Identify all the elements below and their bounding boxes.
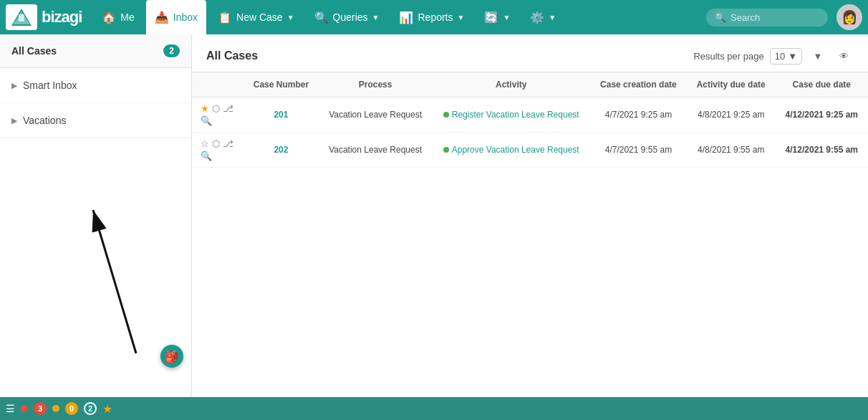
branch-action-icon[interactable]: ⎇ [223,103,233,114]
main-layout: All Cases 2 ▶ Smart Inbox ▶ Vacations 🎒 [0,34,868,397]
clock-arrow: ▼ [503,14,510,22]
content-title: All Cases [206,49,258,62]
col-case-number: Case Number [243,72,319,97]
new-case-arrow: ▼ [287,14,294,22]
reports-arrow: ▼ [458,14,465,22]
action-icon: 🎒 [165,350,179,363]
activity-link[interactable]: Register Vacation Leave Request [440,110,582,120]
sidebar-badge: 2 [163,44,180,57]
activity-cell: Register Vacation Leave Request [432,97,590,133]
case-number-cell: 201 [243,97,319,133]
logo-area[interactable]: bizagi [6,4,82,30]
share-action-icon[interactable]: ⬡ [212,103,220,114]
col-activity-due-date: Activity due date [687,72,776,97]
branch-action-icon[interactable]: ⎇ [223,138,233,149]
chevron-right-icon: ▶ [11,81,17,90]
eye-icon: 👁 [839,51,849,62]
queries-arrow: ▼ [372,14,380,22]
table-row: ★ ⬡ ⎇ 🔍 201 Vacation Leave Request Regis… [192,97,868,133]
case-due-date-cell: 4/12/2021 9:25 am [776,97,868,133]
sidebar-all-cases-title: All Cases [11,45,57,57]
user-avatar[interactable]: 👩 [836,4,862,30]
sidebar: All Cases 2 ▶ Smart Inbox ▶ Vacations 🎒 [0,34,192,397]
nav-reports[interactable]: 📊 Reports ▼ [390,0,473,34]
nav-reports-label: Reports [418,11,453,23]
col-activity: Activity [432,72,590,97]
search-box[interactable]: 🔍 [706,9,828,27]
star-action-icon[interactable]: ★ [201,103,209,114]
case-number-link[interactable]: 202 [274,145,288,155]
queries-icon: 🔍 [314,11,329,24]
sidebar-item-vacations[interactable]: ▶ Vacations [0,103,191,138]
row-actions-cell: ☆ ⬡ ⎇ 🔍 [192,133,243,168]
results-per-page-label: Results per page [693,51,763,62]
sidebar-vacations-label: Vacations [23,115,66,126]
results-value: 10 [775,51,785,62]
nav-new-case-label: New Case [236,11,283,23]
activity-link[interactable]: Approve Vacation Leave Request [440,145,582,155]
search-row-icon[interactable]: 🔍 [201,115,212,126]
brand-name: bizagi [42,8,82,27]
search-row-icon[interactable]: 🔍 [201,151,212,161]
col-case-due-date: Case due date [776,72,868,97]
arrow-annotation [43,167,186,368]
table-row: ☆ ⬡ ⎇ 🔍 202 Vacation Leave Request Appro… [192,133,868,168]
nav-me[interactable]: 🏠 Me [93,0,143,34]
nav-inbox-label: Inbox [173,11,198,23]
gear-icon: ⚙️ [530,11,544,24]
activity-cell: Approve Vacation Leave Request [432,133,590,168]
search-input[interactable] [730,12,816,23]
content-header: All Cases Results per page 10 ▼ ▼ 👁 [192,34,868,72]
dropdown-arrow-icon: ▼ [788,51,797,62]
new-case-icon: 📋 [218,11,232,24]
results-per-page-select[interactable]: 10 ▼ [770,48,802,65]
col-actions [192,72,243,97]
share-action-icon[interactable]: ⬡ [212,138,220,149]
sidebar-header: All Cases 2 [0,34,191,68]
case-due-date-cell: 4/12/2021 9:55 am [776,133,868,168]
case-creation-date-cell: 4/7/2021 9:55 am [590,133,687,168]
nav-inbox[interactable]: 📥 Inbox [146,0,206,34]
row-actions: ☆ ⬡ ⎇ 🔍 [201,138,235,161]
results-controls: Results per page 10 ▼ ▼ 👁 [693,46,854,66]
content-area: All Cases Results per page 10 ▼ ▼ 👁 [192,34,868,397]
svg-rect-2 [19,14,24,22]
table-header-row: Case Number Process Activity Case creati… [192,72,868,97]
visibility-button[interactable]: 👁 [834,46,854,66]
case-number-link[interactable]: 201 [274,110,288,120]
svg-line-4 [93,210,136,353]
activity-status-dot [443,112,449,118]
case-number-cell: 202 [243,133,319,168]
star-action-icon[interactable]: ☆ [201,138,209,149]
case-creation-date-cell: 4/7/2021 9:25 am [590,97,687,133]
activity-status-dot [443,147,449,153]
top-nav: bizagi 🏠 Me 📥 Inbox 📋 New Case ▼ 🔍 Queri… [0,0,868,34]
nav-new-case[interactable]: 📋 New Case ▼ [209,0,303,34]
filter-button[interactable]: ▼ [808,46,828,66]
clock-icon: 🔄 [484,11,498,24]
action-button[interactable]: 🎒 [160,345,183,368]
nav-settings[interactable]: ⚙️ ▼ [521,0,564,34]
inbox-icon: 📥 [155,11,169,24]
col-process: Process [319,72,433,97]
nav-queries[interactable]: 🔍 Queries ▼ [306,0,388,34]
home-icon: 🏠 [102,11,116,24]
process-cell: Vacation Leave Request [319,133,433,168]
nav-queries-label: Queries [333,11,368,23]
col-case-creation-date: Case creation date [590,72,687,97]
nav-me-label: Me [120,11,134,23]
sidebar-smart-inbox-label: Smart Inbox [23,80,77,91]
filter-icon: ▼ [814,51,823,62]
settings-arrow: ▼ [549,14,556,22]
activity-due-date-cell: 4/8/2021 9:25 am [687,97,776,133]
sidebar-item-smart-inbox[interactable]: ▶ Smart Inbox [0,68,191,103]
row-actions-cell: ★ ⬡ ⎇ 🔍 [192,97,243,133]
row-actions: ★ ⬡ ⎇ 🔍 [201,103,235,126]
search-icon: 🔍 [715,12,726,23]
nav-clock[interactable]: 🔄 ▼ [476,0,519,34]
chevron-right-icon-2: ▶ [11,116,17,125]
activity-due-date-cell: 4/8/2021 9:55 am [687,133,776,168]
logo-box [6,4,37,30]
process-cell: Vacation Leave Request [319,97,433,133]
cases-table: Case Number Process Activity Case creati… [192,72,868,168]
